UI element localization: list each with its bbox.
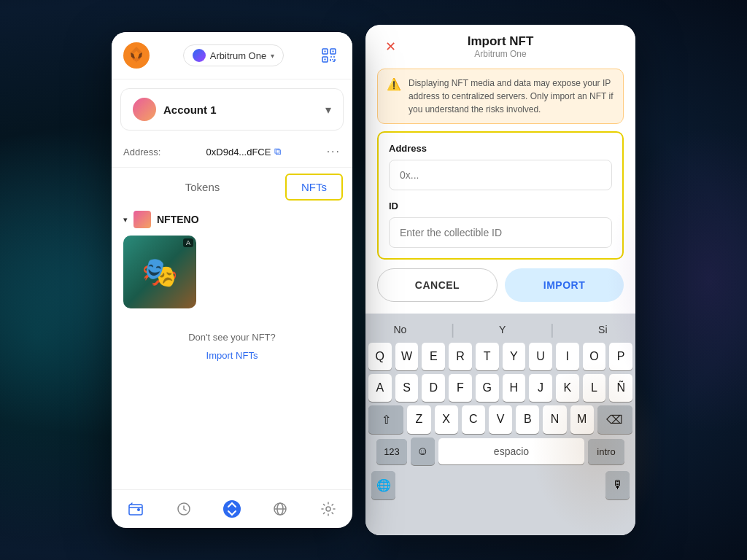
svg-rect-15 [325,59,326,61]
account-name: Account 1 [163,104,217,116]
spacebar-key[interactable]: espacio [438,438,584,464]
key-n[interactable]: N [543,405,566,434]
id-input[interactable] [389,217,612,248]
nft-section: ▾ NFTENO A [112,202,352,317]
dialog-area: ✕ Import NFT Arbitrum One ⚠️ Displaying … [365,25,635,314]
key-z[interactable]: Z [407,405,430,434]
import-nft-panel: ✕ Import NFT Arbitrum One ⚠️ Displaying … [365,25,635,535]
suggest-si[interactable]: Si [592,322,613,337]
numbers-key[interactable]: 123 [376,439,407,464]
keyboard-extras: 🌐 🎙 [368,468,632,499]
key-v[interactable]: V [489,405,512,434]
dialog-header: ✕ Import NFT Arbitrum One [365,25,635,63]
account-info: Account 1 [133,98,217,121]
nft-group-header[interactable]: ▾ NFTENO [123,211,341,228]
delete-key[interactable]: ⌫ [597,405,632,434]
key-b[interactable]: B [516,405,539,434]
nav-wallet-icon[interactable] [125,499,146,519]
svg-rect-14 [333,51,334,52]
key-a[interactable]: A [368,374,392,402]
dialog-title-area: Import NFT Arbitrum One [468,34,534,59]
svg-rect-13 [325,51,326,52]
tab-tokens[interactable]: Tokens [120,174,285,202]
address-row: Address: 0xD9d4...dFCE ⧉ ··· [112,139,352,168]
keyboard: No | Y | Si Q W E R T Y U I O P A S D F … [365,314,635,535]
warning-icon: ⚠️ [387,77,401,91]
more-options-button[interactable]: ··· [327,145,341,158]
nft-image[interactable]: A [123,236,196,308]
keyboard-row-2: A S D F G H J K L Ñ [368,374,632,402]
key-r[interactable]: R [449,343,472,370]
key-j[interactable]: J [529,374,552,402]
nft-group-icon [133,211,151,228]
tab-nfts-highlight: NFTs [285,174,343,201]
tabs-row: Tokens NFTs [112,174,352,202]
address-input[interactable] [389,160,612,190]
keyboard-bottom-row: 123 ☺ espacio intro [368,438,632,465]
key-s[interactable]: S [395,374,419,402]
cancel-button[interactable]: CANCEL [377,268,498,302]
import-nfts-link[interactable]: Import NFTs [206,350,258,361]
suggest-no[interactable]: No [387,322,412,337]
bottom-nav [112,489,352,528]
nft-group-chevron-icon: ▾ [123,215,128,225]
keyboard-suggestions: No | Y | Si [368,318,632,340]
network-icon [193,49,206,62]
warning-banner: ⚠️ Displaying NFT media and data may exp… [377,69,624,124]
keyboard-row-3: ⇧ Z X C V B N M ⌫ [368,405,632,434]
key-c[interactable]: C [462,405,485,434]
network-selector[interactable]: Arbitrum One ▾ [183,44,284,66]
address-text: 0xD9d4...dFCE [206,147,271,158]
key-y[interactable]: Y [503,343,526,370]
svg-point-29 [326,507,330,511]
key-q[interactable]: Q [368,343,392,370]
address-value: 0xD9d4...dFCE ⧉ [206,146,282,158]
metamask-logo [123,42,150,69]
nft-form: Address ID [377,131,624,260]
key-l[interactable]: L [583,374,606,402]
emoji-key[interactable]: ☺ [411,438,435,465]
import-button[interactable]: IMPORT [505,268,624,302]
warning-text: Displaying NFT media and data may expose… [409,77,614,116]
nav-settings-icon[interactable] [318,499,338,519]
key-h[interactable]: H [503,374,526,402]
key-n-tilde[interactable]: Ñ [609,374,632,402]
wallet-panel: Arbitrum One ▾ Account 1 [112,32,352,528]
key-o[interactable]: O [583,343,606,370]
close-button[interactable]: ✕ [380,36,400,57]
qr-button[interactable] [317,44,341,67]
account-selector[interactable]: Account 1 ▾ [120,88,344,131]
nav-explore-icon[interactable] [270,499,290,519]
key-w[interactable]: W [395,343,419,370]
key-m[interactable]: M [570,405,594,434]
account-chevron-icon: ▾ [325,103,331,117]
address-field-label: Address [389,143,612,154]
return-key[interactable]: intro [588,439,624,464]
shift-key[interactable]: ⇧ [368,405,403,434]
key-p[interactable]: P [609,343,632,370]
dont-see-text: Don't see your NFT? [112,317,352,349]
key-x[interactable]: X [435,405,458,434]
microphone-key[interactable]: 🎙 [605,471,630,499]
key-t[interactable]: T [476,343,499,370]
key-k[interactable]: K [556,374,579,402]
nav-history-icon[interactable] [174,499,194,519]
globe-key[interactable]: 🌐 [371,471,395,499]
key-g[interactable]: G [476,374,499,402]
tab-nfts[interactable]: NFTs [287,175,341,199]
suggest-y[interactable]: Y [493,322,511,337]
nav-swap-icon[interactable] [222,499,242,519]
avatar [133,98,156,121]
key-i[interactable]: I [556,343,579,370]
copy-address-button[interactable]: ⧉ [274,146,281,158]
key-d[interactable]: D [422,374,445,402]
id-field-label: ID [389,201,612,211]
dialog-subtitle: Arbitrum One [468,49,534,59]
keyboard-row-1: Q W E R T Y U I O P [368,343,632,370]
svg-point-23 [137,508,140,511]
address-label: Address: [123,147,160,158]
key-u[interactable]: U [529,343,552,370]
key-e[interactable]: E [422,343,445,370]
key-f[interactable]: F [449,374,472,402]
nft-badge: A [183,238,193,247]
